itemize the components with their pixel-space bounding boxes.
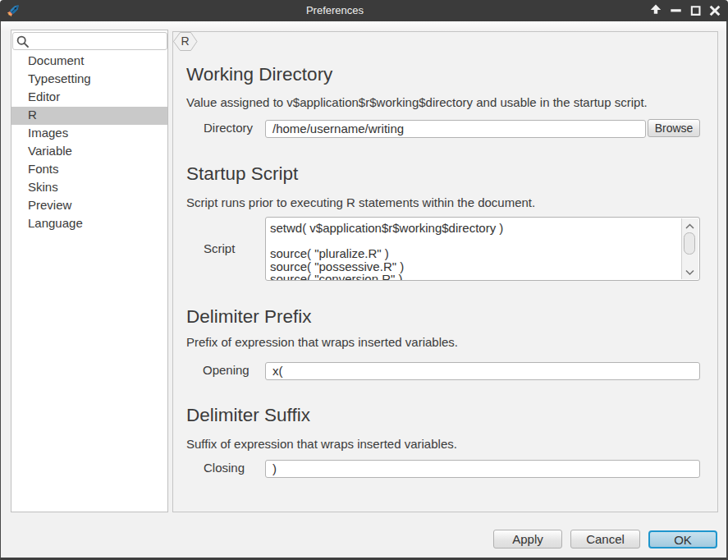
svg-text:R: R xyxy=(181,34,189,48)
